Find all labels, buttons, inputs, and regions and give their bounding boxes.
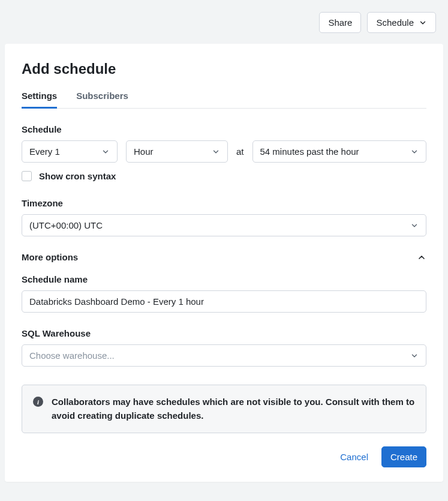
schedule-dropdown-button[interactable]: Schedule [367, 12, 436, 33]
create-label: Create [390, 452, 417, 462]
unit-select[interactable]: Hour [126, 140, 228, 163]
top-bar: Share Schedule [0, 0, 448, 44]
chevron-up-icon [417, 253, 426, 262]
schedule-label: Schedule [22, 124, 426, 134]
warehouse-placeholder: Choose warehouse... [29, 350, 115, 361]
tab-subscribers[interactable]: Subscribers [76, 91, 128, 108]
info-icon: i [33, 397, 43, 407]
warehouse-label: SQL Warehouse [22, 328, 426, 338]
unit-value: Hour [134, 146, 154, 157]
share-label: Share [328, 17, 352, 28]
share-button[interactable]: Share [319, 12, 361, 33]
show-cron-row: Show cron syntax [22, 171, 426, 181]
chevron-down-icon [212, 148, 220, 156]
footer: Cancel Create [22, 446, 426, 467]
frequency-value: Every 1 [29, 146, 60, 157]
warehouse-select[interactable]: Choose warehouse... [22, 344, 426, 367]
timezone-value: (UTC+00:00) UTC [29, 220, 103, 230]
more-options-toggle[interactable]: More options [22, 252, 426, 262]
tabs: Settings Subscribers [22, 91, 426, 109]
chevron-down-icon [419, 19, 427, 27]
cancel-label: Cancel [340, 452, 368, 462]
schedule-name-section: Schedule name [22, 274, 426, 313]
more-options-label: More options [22, 252, 78, 262]
info-box: i Collaborators may have schedules which… [22, 385, 426, 433]
schedule-label: Schedule [376, 17, 414, 28]
info-text: Collaborators may have schedules which a… [52, 395, 415, 423]
chevron-down-icon [101, 148, 110, 156]
chevron-down-icon [410, 352, 419, 360]
at-label: at [236, 146, 244, 157]
schedule-name-input[interactable] [22, 290, 426, 313]
frequency-select[interactable]: Every 1 [22, 140, 118, 163]
schedule-row: Every 1 Hour at 54 minutes past the hour [22, 140, 426, 163]
minute-select[interactable]: 54 minutes past the hour [252, 140, 426, 163]
minute-value: 54 minutes past the hour [260, 146, 359, 157]
timezone-label: Timezone [22, 198, 426, 208]
cancel-button[interactable]: Cancel [332, 447, 377, 467]
timezone-section: Timezone (UTC+00:00) UTC [22, 198, 426, 236]
chevron-down-icon [410, 221, 419, 230]
tab-settings[interactable]: Settings [22, 91, 57, 109]
show-cron-checkbox[interactable] [22, 171, 32, 181]
chevron-down-icon [410, 148, 419, 156]
panel-title: Add schedule [22, 61, 426, 77]
add-schedule-panel: Add schedule Settings Subscribers Schedu… [5, 44, 443, 482]
warehouse-section: SQL Warehouse Choose warehouse... [22, 328, 426, 367]
create-button[interactable]: Create [381, 446, 426, 467]
show-cron-label: Show cron syntax [39, 171, 116, 181]
schedule-name-label: Schedule name [22, 274, 426, 284]
timezone-select[interactable]: (UTC+00:00) UTC [22, 214, 426, 236]
schedule-section: Schedule Every 1 Hour at 54 minutes past… [22, 124, 426, 181]
